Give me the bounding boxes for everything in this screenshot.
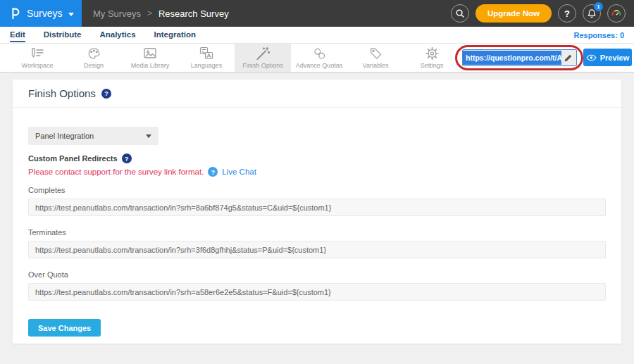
design-icon: [87, 46, 101, 61]
section-help-icon[interactable]: ?: [122, 153, 132, 163]
advance-quotas-icon: [312, 46, 327, 61]
live-chat-link[interactable]: Live Chat: [222, 168, 256, 176]
tab-label: Workspace: [22, 62, 54, 69]
tab-media-library[interactable]: Media Library: [122, 44, 178, 72]
product-name: Surveys: [27, 8, 63, 19]
over-quota-field-group: Over Quota: [28, 270, 606, 301]
tab-label: Design: [84, 62, 104, 69]
chevron-down-icon: [146, 134, 151, 138]
tab-settings[interactable]: Settings: [404, 44, 460, 72]
survey-url-field[interactable]: https://questionpro.com/t/A: [462, 49, 577, 66]
tab-label: Advance Quotas: [296, 62, 343, 69]
tab-variables[interactable]: Variables: [347, 44, 404, 72]
eye-icon: [586, 54, 597, 62]
tab-design[interactable]: Design: [66, 44, 122, 72]
support-notice: Please contact support for the survey li…: [28, 168, 204, 176]
chevron-down-icon: [68, 13, 74, 16]
nav-tab-integration[interactable]: Integration: [154, 28, 196, 42]
nav-items: Edit Distribute Analytics Integration: [10, 28, 196, 42]
gauge-avatar-icon: [610, 7, 623, 20]
completes-label: Completes: [28, 186, 606, 194]
terminates-label: Terminates: [28, 228, 606, 237]
title-help-icon[interactable]: ?: [101, 89, 111, 99]
dropdown-selected-value: Panel Integration: [35, 132, 94, 140]
page-title: Finish Options: [28, 87, 96, 99]
product-switcher[interactable]: Surveys: [0, 0, 82, 27]
breadcrumb-parent[interactable]: My Surveys: [93, 8, 141, 19]
question-mark-icon: ?: [564, 8, 570, 19]
survey-nav: Edit Distribute Analytics Integration Re…: [0, 27, 634, 44]
tab-label: Settings: [421, 62, 444, 69]
tab-workspace[interactable]: Workspace: [9, 44, 66, 72]
preview-button[interactable]: Preview: [583, 49, 632, 66]
preview-label: Preview: [600, 54, 630, 62]
settings-icon: [425, 46, 440, 61]
tab-languages[interactable]: Languages: [178, 44, 235, 72]
section-heading: Custom Panel Redirects: [28, 154, 118, 163]
chat-help-icon[interactable]: ?: [208, 167, 218, 177]
completes-url-input[interactable]: [28, 199, 606, 216]
search-button[interactable]: [451, 4, 469, 23]
save-changes-button[interactable]: Save Changes: [28, 319, 101, 337]
languages-icon: [199, 46, 214, 61]
card-header: Finish Options ?: [13, 80, 621, 108]
workspace-icon: [30, 46, 45, 61]
nav-tab-distribute[interactable]: Distribute: [44, 28, 82, 42]
notification-badge: 1: [594, 2, 603, 11]
content-area: Finish Options ? Panel Integration Custo…: [0, 73, 634, 351]
section-heading-row: Custom Panel Redirects ?: [28, 153, 606, 163]
tab-label: Variables: [363, 62, 389, 69]
finish-options-card: Finish Options ? Panel Integration Custo…: [13, 80, 621, 344]
over-quota-label: Over Quota: [28, 270, 606, 279]
nav-tab-analytics[interactable]: Analytics: [99, 28, 135, 42]
help-button[interactable]: ?: [558, 4, 576, 23]
media-library-icon: [142, 46, 158, 61]
breadcrumb: My Surveys > Research Survey: [82, 0, 229, 27]
variables-icon: [368, 46, 383, 61]
edit-toolbar: Workspace Design Media Library Languages…: [0, 44, 634, 73]
tab-label: Finish Options: [242, 62, 283, 69]
terminates-field-group: Terminates: [28, 228, 606, 258]
tab-finish-options[interactable]: Finish Options: [235, 44, 291, 72]
survey-url-selected-text: https://questionpro.com/t/A: [463, 51, 561, 65]
edit-pencil-icon[interactable]: [564, 54, 573, 63]
search-icon: [454, 7, 466, 20]
nav-tab-edit[interactable]: Edit: [10, 28, 25, 42]
tab-advance-quotas[interactable]: Advance Quotas: [291, 44, 347, 72]
upgrade-now-button[interactable]: Upgrade Now: [476, 4, 552, 23]
card-body: Panel Integration Custom Panel Redirects…: [13, 108, 621, 337]
responses-count[interactable]: Responses: 0: [573, 31, 624, 39]
breadcrumb-current: Research Survey: [158, 8, 229, 19]
finish-option-type-dropdown[interactable]: Panel Integration: [28, 127, 158, 145]
header-actions: Upgrade Now ? 1: [451, 0, 634, 27]
tab-label: Media Library: [131, 62, 170, 69]
questionpro-logo-icon: [10, 6, 21, 20]
support-notice-row: Please contact support for the survey li…: [28, 167, 606, 177]
terminates-url-input[interactable]: [28, 241, 606, 258]
account-menu-button[interactable]: [607, 4, 626, 23]
notifications-button[interactable]: 1: [583, 4, 601, 23]
over-quota-url-input[interactable]: [28, 283, 606, 301]
top-header-bar: Surveys My Surveys > Research Survey Upg…: [0, 0, 634, 27]
finish-options-icon: [255, 46, 271, 61]
tab-label: Languages: [191, 62, 223, 69]
completes-field-group: Completes: [28, 186, 606, 216]
breadcrumb-separator: >: [147, 8, 152, 18]
app-window: Surveys My Surveys > Research Survey Upg…: [0, 0, 634, 364]
